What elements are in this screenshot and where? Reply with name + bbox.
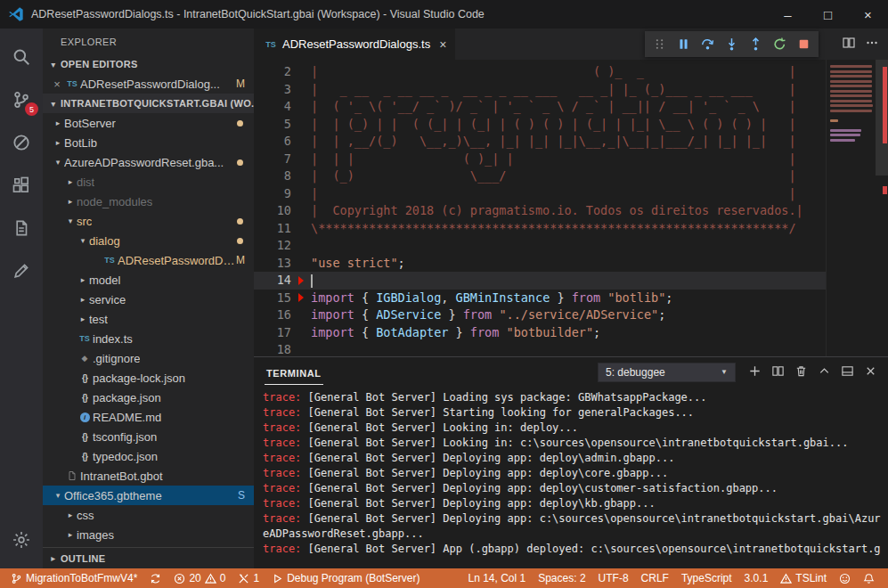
close-icon[interactable]: × xyxy=(50,78,64,91)
activity-edit-button[interactable] xyxy=(0,249,43,292)
drag-handle[interactable] xyxy=(648,32,672,56)
split-editor-button[interactable] xyxy=(842,36,856,53)
status-debug-program[interactable]: Debug Program (BotServer) xyxy=(265,568,426,588)
open-editor-item[interactable]: × TS ADResetPasswordDialog... M xyxy=(43,74,254,94)
tree-item-src[interactable]: ▾src xyxy=(43,211,254,231)
status-eol[interactable]: CRLF xyxy=(635,568,675,588)
code-line-16[interactable]: 16import { ADService } from "../service/… xyxy=(254,306,888,324)
tree-item-office365-gbtheme[interactable]: ▾Office365.gbthemeS xyxy=(43,486,254,505)
code-line-18[interactable]: 18 xyxy=(254,341,888,356)
scrollbar[interactable] xyxy=(876,60,888,356)
activity-documents-button[interactable] xyxy=(0,207,43,249)
tree-item-label: README.md xyxy=(93,411,161,424)
status-cursor-position[interactable]: Ln 14, Col 1 xyxy=(461,568,532,588)
tree-item-dist[interactable]: ▸dist xyxy=(43,172,254,192)
tree-item-package-lock-json[interactable]: {}package-lock.json xyxy=(43,368,254,388)
tree-item-node-modules[interactable]: ▸node_modules xyxy=(43,192,254,211)
status-indentation[interactable]: Spaces: 2 xyxy=(532,568,591,588)
modified-dot xyxy=(237,218,243,225)
status-feedback[interactable] xyxy=(833,568,857,588)
maximize-button[interactable]: □ xyxy=(808,0,848,29)
activity-search-button[interactable] xyxy=(0,36,43,78)
pause-button[interactable] xyxy=(672,32,696,56)
tree-item-botserver[interactable]: ▸BotServer xyxy=(43,113,254,133)
code-line-17[interactable]: 17import { BotAdapter } from "botbuilder… xyxy=(254,324,888,342)
line-text: | | ,__/(_) \__,_)\__, |_| |_| |_|\__,_|… xyxy=(311,133,888,151)
tab-adresetpassworddialogs-ts[interactable]: TS ADResetPasswordDialogs.ts × xyxy=(254,29,455,60)
minimap[interactable] xyxy=(826,60,876,356)
stop-button[interactable] xyxy=(792,32,816,56)
code-line-11[interactable]: 11\*************************************… xyxy=(254,220,888,238)
close-tab-icon[interactable]: × xyxy=(439,37,446,52)
activity-settings-button[interactable] xyxy=(0,519,43,561)
tree-item-botlib[interactable]: ▸BotLib xyxy=(43,133,254,152)
tree-item-azureadpasswordreset-gba[interactable]: ▾AzureADPasswordReset.gba... xyxy=(43,152,254,172)
status-git-branch[interactable]: MigrationToBotFmwV4* xyxy=(4,568,143,588)
kill-terminal-button[interactable] xyxy=(794,364,808,380)
status-language-mode[interactable]: TypeScript xyxy=(675,568,738,588)
tree-item-readme-md[interactable]: iREADME.md xyxy=(43,407,254,427)
status-notifications[interactable] xyxy=(857,568,881,588)
tools-icon xyxy=(238,573,249,584)
minimize-button[interactable]: – xyxy=(768,0,808,29)
status-ts-version[interactable]: 3.0.1 xyxy=(738,568,775,588)
tree-item-typedoc-json[interactable]: {}typedoc.json xyxy=(43,446,254,466)
activity-debug-button[interactable] xyxy=(0,121,43,164)
tree-item-index-ts[interactable]: TSindex.ts xyxy=(43,329,254,348)
step-over-button[interactable] xyxy=(696,32,720,56)
code-line-2[interactable]: 2| ( )_ _ | xyxy=(254,63,888,81)
new-terminal-button[interactable] xyxy=(748,364,762,380)
tree-item-label: css xyxy=(77,509,94,522)
tree-item-tsconfig-json[interactable]: {}tsconfig.json xyxy=(43,427,254,446)
status-problems[interactable]: 200 xyxy=(167,568,232,588)
tree-item-images[interactable]: ▸images xyxy=(43,525,254,544)
workspace-section-header[interactable]: ▾ INTRANETBOTQUICKSTART.GBAI (WO... xyxy=(43,94,254,113)
tree-item-test[interactable]: ▸test xyxy=(43,309,254,329)
close-panel-button[interactable] xyxy=(864,364,877,380)
open-editors-header[interactable]: ▾ OPEN EDITORS xyxy=(43,54,254,74)
restart-button[interactable] xyxy=(768,32,792,56)
code-line-12[interactable]: 12 xyxy=(254,237,888,255)
code-line-9[interactable]: 9| | xyxy=(254,185,888,203)
status-tasks[interactable]: 1 xyxy=(232,568,265,588)
step-into-button[interactable] xyxy=(720,32,744,56)
gutter-marker xyxy=(291,185,311,203)
activity-extensions-button[interactable] xyxy=(0,164,43,207)
tab-terminal[interactable]: TERMINAL xyxy=(265,360,323,385)
status-encoding[interactable]: UTF-8 xyxy=(592,568,635,588)
more-actions-button[interactable] xyxy=(865,36,879,53)
activity-source-control-button[interactable]: 5 xyxy=(0,78,43,121)
split-terminal-button[interactable] xyxy=(771,364,785,380)
line-text: | ( '_ \( '__/ _` )/ _` | '_ ` _ \ / _` … xyxy=(311,98,888,116)
terminal-select[interactable]: 5: debuggee ▼ xyxy=(598,363,736,382)
tree-item-service[interactable]: ▸service xyxy=(43,290,254,309)
code-line-6[interactable]: 6| | ,__/(_) \__,_)\__, |_| |_| |_|\__,_… xyxy=(254,133,888,151)
code-line-8[interactable]: 8| (_) \___/ | xyxy=(254,167,888,185)
code-line-5[interactable]: 5| | (_) | | ( (_| | (_| | ( ) ( ) | (_|… xyxy=(254,116,888,134)
code-line-3[interactable]: 3| _ __ _ __ __ _ __ _ _ __ ___ __ _| |_… xyxy=(254,81,888,99)
collapse-panel-button[interactable] xyxy=(818,364,831,380)
tree-item-package-json[interactable]: {}package.json xyxy=(43,388,254,407)
tree-item-intranetbot-gbot[interactable]: IntranetBot.gbot xyxy=(43,466,254,486)
status-tslint[interactable]: TSLint xyxy=(774,568,833,588)
terminal-output[interactable]: trace: [General Bot Server] Loading sys … xyxy=(254,387,888,568)
tree-item-gitignore[interactable]: ◆.gitignore xyxy=(43,348,254,368)
maximize-panel-button[interactable] xyxy=(841,364,854,380)
code-line-15[interactable]: 15import { IGBDialog, GBMinInstance } fr… xyxy=(254,290,888,307)
tree-item-css[interactable]: ▸css xyxy=(43,505,254,525)
tree-item-adresetpassworddial[interactable]: TSADResetPasswordDial...M xyxy=(43,250,254,270)
close-button[interactable]: × xyxy=(848,0,888,29)
code-line-4[interactable]: 4| ( '_ \( '__/ _` )/ _` | '_ ` _ \ / _`… xyxy=(254,98,888,116)
code-line-14[interactable]: 14 xyxy=(254,272,888,290)
code-line-10[interactable]: 10| Copyright 2018 (c) pragmatismo.io. T… xyxy=(254,202,888,220)
outline-section-header[interactable]: ▸ OUTLINE xyxy=(43,547,254,568)
step-out-button[interactable] xyxy=(744,32,768,56)
code-line-13[interactable]: 13"use strict"; xyxy=(254,255,888,273)
code-line-7[interactable]: 7| | | ( )_| | | xyxy=(254,151,888,168)
status-text: 1 xyxy=(253,572,259,584)
code-editor[interactable]: 2| ( )_ _ |3| _ __ _ __ __ _ __ _ _ __ _… xyxy=(254,60,888,356)
status-sync[interactable] xyxy=(143,568,167,588)
tree-item-model[interactable]: ▸model xyxy=(43,270,254,290)
tree-item-dialog[interactable]: ▾dialog xyxy=(43,231,254,250)
status-right: Ln 14, Col 1Spaces: 2UTF-8CRLFTypeScript… xyxy=(461,568,888,588)
